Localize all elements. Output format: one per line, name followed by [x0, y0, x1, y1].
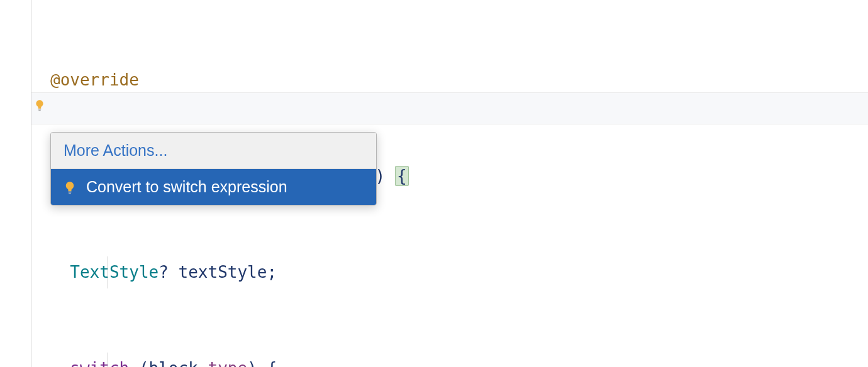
annotation: @override: [50, 70, 139, 89]
code-line: switch (block.type) {: [50, 353, 868, 367]
svg-rect-2: [69, 191, 72, 192]
popup-more-actions[interactable]: More Actions...: [51, 133, 376, 169]
popup-item-convert-switch[interactable]: Convert to switch expression: [51, 169, 376, 205]
matching-brace: {: [395, 166, 409, 186]
intention-actions-popup: More Actions... Convert to switch expres…: [50, 132, 377, 205]
code-line: @override: [50, 64, 868, 96]
popup-item-label: Convert to switch expression: [86, 178, 287, 196]
keyword-switch: switch: [70, 359, 129, 367]
lightbulb-icon: [64, 180, 76, 194]
code-line: TextStyle? textStyle;: [50, 256, 868, 288]
svg-rect-3: [69, 192, 71, 193]
